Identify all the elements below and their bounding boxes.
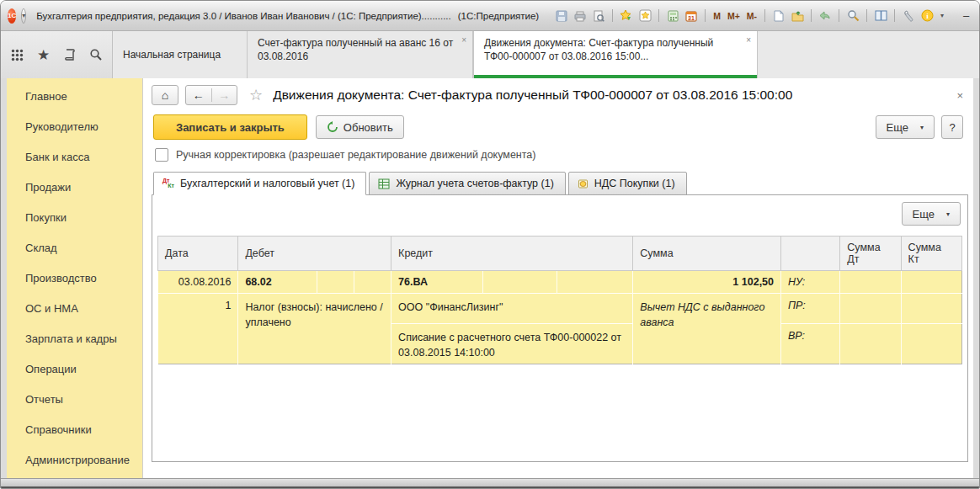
back-button[interactable]: ← bbox=[186, 88, 212, 102]
page-title: Движения документа: Счет-фактура получен… bbox=[273, 88, 945, 103]
sidebar-item-sales[interactable]: Продажи bbox=[7, 173, 142, 203]
help-button[interactable]: ? bbox=[941, 115, 963, 139]
sidebar-item-directories[interactable]: Справочники bbox=[7, 415, 142, 445]
amount-dt-cell[interactable] bbox=[840, 294, 901, 324]
credit-account-cell[interactable]: 76.ВА bbox=[391, 271, 482, 294]
new-document-icon[interactable] bbox=[771, 8, 786, 24]
save-icon[interactable] bbox=[554, 8, 569, 24]
more-label: Еще bbox=[887, 121, 908, 134]
split-window-icon[interactable] bbox=[873, 8, 888, 24]
col-debit: Дебет bbox=[238, 237, 391, 271]
manual-adjustment-checkbox[interactable] bbox=[155, 148, 168, 162]
sidebar-item-purchases[interactable]: Покупки bbox=[7, 203, 142, 233]
tab-label: НДС Покупки (1) bbox=[594, 178, 675, 189]
info-caret-icon[interactable]: ▾ bbox=[938, 8, 946, 24]
sidebar-item-fixed-assets[interactable]: ОС и НМА bbox=[7, 294, 142, 324]
calendar-icon[interactable]: 31 bbox=[684, 8, 699, 24]
amount-kt-cell[interactable] bbox=[901, 294, 961, 324]
memory-m-button[interactable]: M bbox=[711, 11, 722, 21]
calculator-icon[interactable] bbox=[665, 8, 680, 24]
debit-sub-cell[interactable] bbox=[317, 271, 354, 294]
sidebar-item-administration[interactable]: Администрирование bbox=[7, 445, 142, 476]
tab-accounting[interactable]: ДтКт Бухгалтерский и налоговый учет (1) bbox=[153, 172, 366, 195]
system-menu-icon[interactable]: ▾ bbox=[21, 8, 26, 24]
info-icon[interactable]: i bbox=[919, 8, 935, 24]
refresh-label: Обновить bbox=[344, 121, 393, 134]
credit-sub-cell[interactable] bbox=[557, 271, 632, 294]
amount-cell[interactable]: 1 102,50 bbox=[633, 271, 781, 294]
sidebar-item-main[interactable]: Главное bbox=[7, 82, 142, 112]
col-amount: Сумма bbox=[633, 237, 781, 271]
table-row[interactable]: 1 Налог (взносы): начислено / уплачено О… bbox=[158, 294, 962, 324]
app-logo-icon[interactable]: 1С bbox=[8, 8, 16, 24]
tab-close-icon[interactable]: × bbox=[746, 35, 751, 45]
minimize-button[interactable]: – bbox=[963, 10, 969, 21]
amount-kt-cell[interactable] bbox=[901, 324, 961, 364]
tab-invoice-received[interactable]: Счет-фактура полученный на аванс 16 от 0… bbox=[248, 31, 473, 78]
print-icon[interactable] bbox=[573, 8, 588, 24]
sidebar-item-production[interactable]: Производство bbox=[7, 263, 142, 294]
home-button[interactable]: ⌂ bbox=[152, 85, 178, 105]
date-cell[interactable]: 03.08.2016 bbox=[158, 271, 238, 294]
table-header-row: Дата Дебет Кредит Сумма Сумма Дт Сумма К… bbox=[158, 237, 962, 271]
more-button[interactable]: Еще ▾ bbox=[876, 115, 935, 139]
undo-icon[interactable] bbox=[818, 8, 833, 24]
forward-button[interactable]: → bbox=[212, 88, 237, 102]
main-content: ⌂ ← → ☆ Движения документа: Счет-фактура… bbox=[143, 78, 973, 478]
debit-sub-cell[interactable] bbox=[354, 271, 391, 294]
tab-label: Начальная страница bbox=[123, 49, 221, 62]
col-date: Дата bbox=[158, 237, 238, 271]
movements-table[interactable]: Дата Дебет Кредит Сумма Сумма Дт Сумма К… bbox=[157, 236, 962, 364]
sidebar-item-bank-cash[interactable]: Банк и касса bbox=[7, 142, 142, 173]
col-amount-kt: Сумма Кт bbox=[901, 237, 961, 271]
manual-adjustment-label: Ручная корректировка (разрешает редактир… bbox=[176, 149, 535, 161]
register-panel: Еще ▾ Дата Дебет Кредит bbox=[152, 194, 968, 462]
document-header: ⌂ ← → ☆ Движения документа: Счет-фактура… bbox=[152, 85, 968, 105]
amount-dt-cell[interactable] bbox=[840, 271, 901, 294]
sidebar-item-manager[interactable]: Руководителю bbox=[7, 112, 142, 142]
favorites-star-icon[interactable]: ★ bbox=[35, 46, 52, 63]
debit-subconto-cell[interactable]: Налог (взносы): начислено / уплачено bbox=[238, 294, 391, 364]
global-search-icon[interactable] bbox=[88, 46, 104, 63]
menu-grid-icon[interactable] bbox=[9, 46, 26, 63]
memory-m-minus-button[interactable]: M- bbox=[745, 11, 759, 21]
window-title-suffix: (1С:Предприятие) bbox=[458, 11, 539, 21]
add-to-favorites-icon[interactable] bbox=[619, 8, 634, 24]
tab-document-movements[interactable]: Движения документа: Счет-фактура получен… bbox=[473, 31, 758, 78]
col-flags bbox=[781, 237, 840, 271]
amount-kt-cell[interactable] bbox=[901, 271, 961, 294]
window-bottom-frame bbox=[1, 478, 979, 489]
search-icon[interactable] bbox=[845, 8, 860, 24]
sidebar-item-warehouse[interactable]: Склад bbox=[7, 233, 142, 263]
print-preview-icon[interactable] bbox=[591, 8, 606, 24]
title-bar: 1С ▾ Бухгалтерия предприятия, редакция 3… bbox=[1, 1, 979, 31]
memory-m-plus-button[interactable]: M+ bbox=[726, 11, 742, 21]
refresh-button[interactable]: Обновить bbox=[316, 115, 404, 139]
credit-sub-cell[interactable] bbox=[482, 271, 557, 294]
tab-invoice-journal[interactable]: Журнал учета счетов-фактур (1) bbox=[369, 172, 565, 195]
window-body: Главное Руководителю Банк и касса Продаж… bbox=[1, 78, 979, 478]
tab-close-icon[interactable]: × bbox=[461, 35, 466, 45]
save-close-button[interactable]: Записать и закрыть bbox=[153, 114, 307, 140]
favorite-star-icon[interactable]: ☆ bbox=[249, 86, 263, 104]
debit-account-cell[interactable]: 68.02 bbox=[238, 271, 317, 294]
col-amount-dt: Сумма Дт bbox=[840, 237, 901, 271]
credit-subconto2-cell[interactable]: Списание с расчетного счета ТФ00-000022 … bbox=[391, 324, 633, 364]
tab-vat-purchases[interactable]: НДС Покупки (1) bbox=[568, 172, 687, 195]
dtkt-icon: ДтКт bbox=[162, 178, 174, 189]
favorites-icon[interactable] bbox=[637, 8, 652, 24]
tab-home-page[interactable]: Начальная страница bbox=[113, 31, 248, 78]
sidebar-item-reports[interactable]: Отчеты bbox=[7, 385, 142, 415]
sidebar-item-operations[interactable]: Операции bbox=[7, 354, 142, 385]
amount-dt-cell[interactable] bbox=[840, 324, 901, 364]
history-icon[interactable] bbox=[61, 46, 78, 63]
window-controls: – □ × bbox=[963, 10, 980, 21]
form-close-icon[interactable]: × bbox=[951, 89, 968, 102]
sidebar-item-salary-hr[interactable]: Зарплата и кадры bbox=[7, 324, 142, 354]
open-document-icon[interactable] bbox=[790, 8, 805, 24]
panel-more-button[interactable]: Еще ▾ bbox=[902, 202, 961, 226]
credit-subconto1-cell[interactable]: ООО "ФинансЛизинг" bbox=[391, 294, 633, 324]
nav-buttons: ← → bbox=[185, 85, 237, 105]
table-row[interactable]: 03.08.2016 68.02 76.ВА 1 102,50 НУ: bbox=[158, 271, 962, 294]
service-settings-icon[interactable] bbox=[901, 8, 916, 24]
